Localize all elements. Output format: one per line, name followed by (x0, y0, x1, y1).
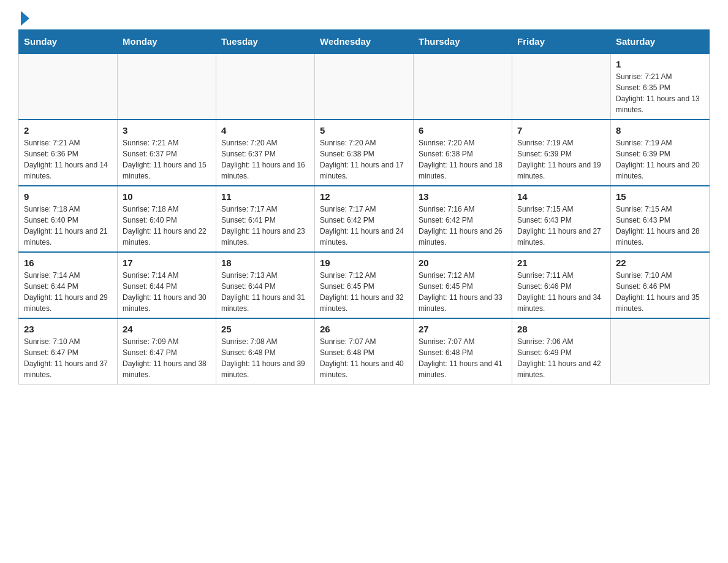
day-number: 19 (320, 258, 408, 268)
calendar-cell: 2Sunrise: 7:21 AM Sunset: 6:36 PM Daylig… (19, 120, 118, 186)
calendar-cell: 9Sunrise: 7:18 AM Sunset: 6:40 PM Daylig… (19, 186, 118, 252)
calendar-cell (512, 53, 611, 120)
day-info: Sunrise: 7:14 AM Sunset: 6:44 PM Dayligh… (24, 270, 112, 314)
day-number: 27 (419, 324, 507, 334)
calendar-cell: 20Sunrise: 7:12 AM Sunset: 6:45 PM Dayli… (414, 252, 512, 318)
calendar-cell: 22Sunrise: 7:10 AM Sunset: 6:46 PM Dayli… (611, 252, 710, 318)
day-info: Sunrise: 7:20 AM Sunset: 6:37 PM Dayligh… (221, 137, 309, 182)
calendar-cell (216, 53, 315, 120)
day-info: Sunrise: 7:17 AM Sunset: 6:41 PM Dayligh… (221, 204, 309, 248)
day-number: 20 (419, 258, 507, 268)
day-number: 17 (123, 258, 211, 268)
day-info: Sunrise: 7:16 AM Sunset: 6:42 PM Dayligh… (419, 204, 507, 248)
week-row-5: 23Sunrise: 7:10 AM Sunset: 6:47 PM Dayli… (19, 318, 710, 385)
day-info: Sunrise: 7:10 AM Sunset: 6:47 PM Dayligh… (24, 336, 112, 380)
day-number: 6 (419, 125, 507, 136)
calendar-cell (414, 53, 512, 120)
day-number: 25 (221, 324, 309, 334)
day-info: Sunrise: 7:13 AM Sunset: 6:44 PM Dayligh… (221, 270, 309, 314)
calendar-cell: 7Sunrise: 7:19 AM Sunset: 6:39 PM Daylig… (512, 120, 611, 186)
day-number: 21 (517, 258, 605, 268)
column-header-sunday: Sunday (19, 30, 118, 54)
week-row-1: 1Sunrise: 7:21 AM Sunset: 6:35 PM Daylig… (19, 53, 710, 120)
calendar-cell: 15Sunrise: 7:15 AM Sunset: 6:43 PM Dayli… (611, 186, 710, 252)
day-number: 24 (123, 324, 211, 334)
column-header-friday: Friday (512, 30, 611, 54)
day-info: Sunrise: 7:12 AM Sunset: 6:45 PM Dayligh… (419, 270, 507, 314)
day-number: 28 (517, 324, 605, 334)
calendar-cell: 23Sunrise: 7:10 AM Sunset: 6:47 PM Dayli… (19, 318, 118, 385)
day-info: Sunrise: 7:09 AM Sunset: 6:47 PM Dayligh… (123, 336, 211, 380)
day-number: 16 (24, 258, 112, 268)
day-info: Sunrise: 7:07 AM Sunset: 6:48 PM Dayligh… (320, 336, 408, 380)
calendar-cell (315, 53, 414, 120)
calendar-cell: 16Sunrise: 7:14 AM Sunset: 6:44 PM Dayli… (19, 252, 118, 318)
day-info: Sunrise: 7:10 AM Sunset: 6:46 PM Dayligh… (616, 270, 704, 314)
day-info: Sunrise: 7:17 AM Sunset: 6:42 PM Dayligh… (320, 204, 408, 248)
day-number: 15 (616, 191, 704, 202)
calendar-cell: 28Sunrise: 7:06 AM Sunset: 6:49 PM Dayli… (512, 318, 611, 385)
calendar-cell: 13Sunrise: 7:16 AM Sunset: 6:42 PM Dayli… (414, 186, 512, 252)
calendar-cell: 6Sunrise: 7:20 AM Sunset: 6:38 PM Daylig… (414, 120, 512, 186)
week-row-3: 9Sunrise: 7:18 AM Sunset: 6:40 PM Daylig… (19, 186, 710, 252)
day-info: Sunrise: 7:21 AM Sunset: 6:37 PM Dayligh… (123, 137, 211, 182)
day-number: 5 (320, 125, 408, 136)
calendar-cell (611, 318, 710, 385)
calendar-cell: 14Sunrise: 7:15 AM Sunset: 6:43 PM Dayli… (512, 186, 611, 252)
calendar-cell (19, 53, 118, 120)
week-row-2: 2Sunrise: 7:21 AM Sunset: 6:36 PM Daylig… (19, 120, 710, 186)
day-info: Sunrise: 7:15 AM Sunset: 6:43 PM Dayligh… (616, 204, 704, 248)
calendar-table: SundayMondayTuesdayWednesdayThursdayFrid… (18, 29, 710, 385)
calendar-cell: 10Sunrise: 7:18 AM Sunset: 6:40 PM Dayli… (118, 186, 216, 252)
logo (18, 12, 29, 23)
calendar-cell: 1Sunrise: 7:21 AM Sunset: 6:35 PM Daylig… (611, 53, 710, 120)
day-info: Sunrise: 7:18 AM Sunset: 6:40 PM Dayligh… (123, 204, 211, 248)
day-info: Sunrise: 7:20 AM Sunset: 6:38 PM Dayligh… (320, 137, 408, 182)
day-number: 4 (221, 125, 309, 136)
day-number: 18 (221, 258, 309, 268)
calendar-cell: 24Sunrise: 7:09 AM Sunset: 6:47 PM Dayli… (118, 318, 216, 385)
day-number: 23 (24, 324, 112, 334)
column-header-thursday: Thursday (414, 30, 512, 54)
day-number: 14 (517, 191, 605, 202)
page-header (18, 12, 710, 23)
calendar-cell: 26Sunrise: 7:07 AM Sunset: 6:48 PM Dayli… (315, 318, 414, 385)
day-number: 7 (517, 125, 605, 136)
day-info: Sunrise: 7:14 AM Sunset: 6:44 PM Dayligh… (123, 270, 211, 314)
day-number: 26 (320, 324, 408, 334)
calendar-cell (118, 53, 216, 120)
calendar-cell: 11Sunrise: 7:17 AM Sunset: 6:41 PM Dayli… (216, 186, 315, 252)
week-row-4: 16Sunrise: 7:14 AM Sunset: 6:44 PM Dayli… (19, 252, 710, 318)
calendar-cell: 25Sunrise: 7:08 AM Sunset: 6:48 PM Dayli… (216, 318, 315, 385)
day-info: Sunrise: 7:18 AM Sunset: 6:40 PM Dayligh… (24, 204, 112, 248)
calendar-cell: 3Sunrise: 7:21 AM Sunset: 6:37 PM Daylig… (118, 120, 216, 186)
calendar-cell: 8Sunrise: 7:19 AM Sunset: 6:39 PM Daylig… (611, 120, 710, 186)
day-number: 10 (123, 191, 211, 202)
day-number: 11 (221, 191, 309, 202)
logo-arrow-icon (21, 11, 29, 26)
day-number: 3 (123, 125, 211, 136)
calendar-cell: 21Sunrise: 7:11 AM Sunset: 6:46 PM Dayli… (512, 252, 611, 318)
day-info: Sunrise: 7:06 AM Sunset: 6:49 PM Dayligh… (517, 336, 605, 380)
day-number: 9 (24, 191, 112, 202)
day-info: Sunrise: 7:08 AM Sunset: 6:48 PM Dayligh… (221, 336, 309, 380)
day-info: Sunrise: 7:21 AM Sunset: 6:36 PM Dayligh… (24, 137, 112, 182)
column-header-monday: Monday (118, 30, 216, 54)
day-info: Sunrise: 7:11 AM Sunset: 6:46 PM Dayligh… (517, 270, 605, 314)
day-info: Sunrise: 7:19 AM Sunset: 6:39 PM Dayligh… (616, 137, 704, 182)
day-info: Sunrise: 7:15 AM Sunset: 6:43 PM Dayligh… (517, 204, 605, 248)
column-header-saturday: Saturday (611, 30, 710, 54)
calendar-cell: 18Sunrise: 7:13 AM Sunset: 6:44 PM Dayli… (216, 252, 315, 318)
calendar-cell: 19Sunrise: 7:12 AM Sunset: 6:45 PM Dayli… (315, 252, 414, 318)
day-info: Sunrise: 7:07 AM Sunset: 6:48 PM Dayligh… (419, 336, 507, 380)
day-info: Sunrise: 7:19 AM Sunset: 6:39 PM Dayligh… (517, 137, 605, 182)
calendar-cell: 5Sunrise: 7:20 AM Sunset: 6:38 PM Daylig… (315, 120, 414, 186)
day-number: 1 (616, 59, 704, 69)
logo-top (18, 12, 29, 26)
calendar-cell: 27Sunrise: 7:07 AM Sunset: 6:48 PM Dayli… (414, 318, 512, 385)
day-info: Sunrise: 7:12 AM Sunset: 6:45 PM Dayligh… (320, 270, 408, 314)
column-header-wednesday: Wednesday (315, 30, 414, 54)
column-header-tuesday: Tuesday (216, 30, 315, 54)
day-info: Sunrise: 7:20 AM Sunset: 6:38 PM Dayligh… (419, 137, 507, 182)
day-number: 22 (616, 258, 704, 268)
